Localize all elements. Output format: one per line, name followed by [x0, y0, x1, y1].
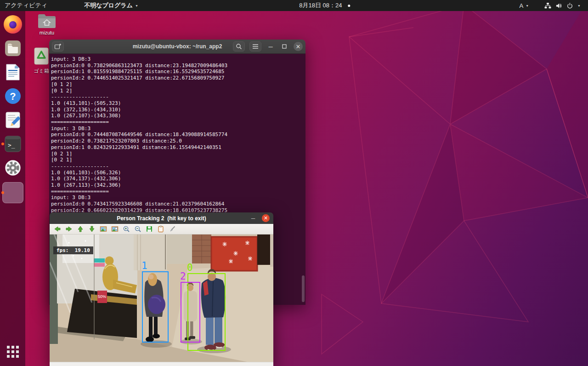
tracker-titlebar[interactable]: Person Tracking 2 (hit key to exit) ─ ✕ — [50, 212, 273, 224]
terminal-output: input: 3 DB:3 persionId:0 0.738290686312… — [51, 56, 304, 214]
top-bar: アクティビティ 不明なプログラム ▼ 8月18日 08：24 A ▼ — [0, 0, 588, 11]
home-folder-icon — [37, 13, 57, 29]
hamburger-menu-icon — [252, 44, 259, 49]
text-editor-icon — [5, 111, 21, 129]
zoom-out-icon — [134, 225, 141, 233]
dock: ? >_ — [0, 11, 25, 366]
chevron-down-icon: ▼ — [526, 4, 529, 7]
files-icon — [4, 39, 22, 57]
clock-button[interactable]: 8月18日 08：24 — [294, 0, 355, 11]
arrow-left-icon — [54, 225, 61, 233]
tracking-box-2: 2 — [181, 282, 200, 343]
dock-item-unknown-app[interactable] — [2, 181, 23, 204]
input-method-button[interactable]: A ▼ — [514, 0, 533, 11]
save-icon — [146, 225, 153, 233]
top-bar-left: アクティビティ 不明なプログラム ▼ — [0, 0, 143, 11]
clipboard-icon — [157, 225, 164, 233]
gear-icon — [4, 159, 22, 177]
copy-button[interactable] — [157, 225, 165, 233]
volume-icon — [555, 2, 562, 9]
trash-icon — [32, 46, 51, 66]
system-menu-button[interactable]: ▼ — [540, 0, 585, 11]
tracker-controls: ─ ✕ — [249, 214, 273, 223]
app-grid-icon — [5, 344, 21, 360]
tracking-boxes-overlay: 102 — [50, 234, 273, 362]
properties-button[interactable] — [168, 225, 176, 233]
zoom-x1-button[interactable] — [99, 225, 107, 233]
app-menu-label: 不明なプログラム — [84, 1, 133, 10]
running-indicator-dot — [1, 191, 4, 194]
close-button[interactable]: ✕ — [294, 42, 303, 51]
arrow-down-icon — [88, 225, 96, 233]
tracker-window: Person Tracking 2 (hit key to exit) ─ ✕ — [50, 212, 273, 366]
pan-right-button[interactable] — [65, 225, 73, 233]
new-tab-icon — [54, 43, 62, 50]
dock-item-text-editor[interactable] — [2, 109, 23, 131]
svg-text:>_: >_ — [8, 142, 15, 149]
chevron-down-icon: ▼ — [135, 4, 138, 7]
search-icon — [236, 43, 242, 50]
save-button[interactable] — [145, 225, 153, 233]
input-method-label: A — [519, 2, 523, 9]
tracking-id-label: 2 — [180, 272, 186, 281]
unknown-app-icon — [2, 182, 23, 203]
maximize-icon — [282, 44, 287, 49]
dock-item-files[interactable] — [2, 38, 23, 59]
close-button[interactable]: ✕ — [262, 214, 270, 222]
tracking-id-label: 0 — [187, 263, 193, 273]
tracking-id-label: 1 — [141, 261, 147, 271]
running-indicator-dot — [1, 143, 4, 145]
terminal-scrollbar[interactable] — [302, 275, 305, 302]
search-button[interactable] — [233, 41, 245, 51]
tracker-statusbar — [50, 362, 273, 366]
top-bar-center: 8月18日 08：24 — [294, 0, 355, 11]
app-menu-button[interactable]: 不明なプログラム ▼ — [79, 0, 143, 11]
writer-icon — [5, 63, 21, 81]
dock-item-terminal[interactable]: >_ — [2, 133, 23, 154]
tracking-box-1: 1 — [142, 271, 169, 343]
dock-item-settings[interactable] — [2, 157, 23, 178]
terminal-icon: >_ — [4, 135, 22, 153]
brush-icon — [169, 225, 176, 233]
zoom-in-icon — [123, 225, 130, 233]
arrow-up-icon — [77, 225, 84, 233]
desktop-icon-label: ゴミ箱 — [34, 68, 49, 74]
chevron-down-icon: ▼ — [577, 4, 581, 7]
help-icon: ? — [4, 87, 22, 105]
arrow-right-icon — [65, 225, 73, 233]
minimize-button[interactable]: ─ — [249, 214, 258, 223]
desktop: アクティビティ 不明なプログラム ▼ 8月18日 08：24 A ▼ — [0, 0, 588, 366]
terminal-controls: ─ ✕ — [233, 41, 303, 51]
tracker-toolbar — [50, 224, 273, 234]
zoom-out-button[interactable] — [134, 225, 142, 233]
pan-left-button[interactable] — [53, 225, 62, 233]
network-icon — [544, 2, 551, 9]
terminal-titlebar[interactable]: mizutu@ubuntu-vbox: ~/run_app2 — [49, 40, 305, 54]
minimize-button[interactable]: ─ — [266, 42, 275, 51]
top-bar-right: A ▼ ▼ — [514, 0, 588, 11]
new-tab-button[interactable] — [52, 41, 64, 51]
image-icon — [100, 225, 107, 233]
pan-down-button[interactable] — [88, 225, 96, 233]
svg-text:?: ? — [10, 91, 16, 102]
notification-dot-icon — [348, 5, 351, 7]
desktop-icon-home[interactable]: mizutu — [32, 13, 62, 35]
tracker-window-title: Person Tracking 2 (hit key to exit) — [50, 215, 273, 222]
activities-button[interactable]: アクティビティ — [0, 0, 52, 11]
pan-up-button[interactable] — [76, 225, 85, 233]
zoom-in-button[interactable] — [122, 225, 130, 233]
dock-item-libreoffice-writer[interactable] — [2, 62, 23, 83]
menu-button[interactable] — [249, 41, 261, 51]
zoom-x30-button[interactable] — [111, 225, 119, 233]
show-applications-button[interactable] — [2, 341, 23, 362]
firefox-icon — [4, 15, 22, 34]
desktop-icon-label: mizutu — [40, 30, 54, 35]
dock-item-help[interactable]: ? — [2, 86, 23, 107]
image-zoom-icon — [111, 225, 119, 233]
video-frame: 50% — [50, 234, 273, 362]
clock-label: 8月18日 08：24 — [299, 1, 342, 10]
maximize-button[interactable] — [280, 42, 289, 51]
power-icon — [566, 2, 573, 9]
dock-item-firefox[interactable] — [2, 14, 23, 35]
